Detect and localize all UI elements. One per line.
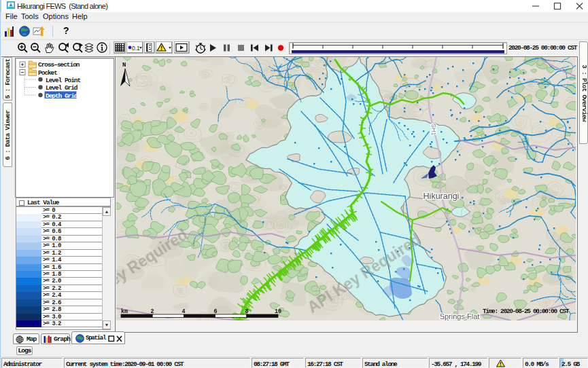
- svg-text:N: N: [122, 62, 126, 69]
- svg-text:4: 4: [181, 308, 185, 315]
- svg-text:8: 8: [245, 308, 248, 315]
- svg-text:Springs Flat: Springs Flat: [440, 312, 480, 320]
- svg-text:6: 6: [213, 308, 217, 315]
- svg-text:0.1: 0.1: [132, 45, 140, 52]
- svg-text:Time: 2020-08-25 00:00:00 CST: Time: 2020-08-25 00:00:00 CST: [483, 308, 570, 315]
- svg-text:10: 10: [275, 308, 281, 315]
- svg-text:Hikurangi: Hikurangi: [423, 191, 460, 201]
- svg-text:SH1: SH1: [430, 124, 437, 136]
- svg-text:km: km: [121, 308, 128, 315]
- svg-text:2: 2: [150, 308, 154, 315]
